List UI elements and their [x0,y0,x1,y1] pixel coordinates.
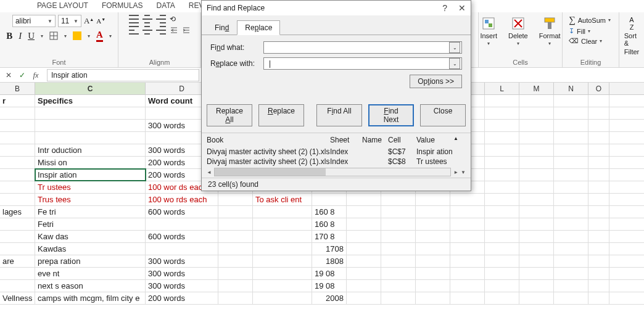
replace-history-dd[interactable]: ⌄ [449,58,460,69]
cell[interactable]: 300 words [146,268,218,279]
cell[interactable] [588,292,609,304]
cell[interactable] [347,206,381,218]
cell[interactable] [218,280,253,292]
increase-indent-icon[interactable] [182,26,191,35]
result-row[interactable]: Divyaj master activity sheet (2) (1).xls… [207,157,466,167]
cell[interactable] [588,268,609,279]
cell[interactable] [416,243,450,255]
format-button[interactable]: Format▾ [537,15,563,47]
cell[interactable]: Fe tri [35,206,146,218]
cell[interactable] [416,206,450,218]
cell[interactable] [416,255,450,267]
cell[interactable]: Kawdas [35,243,146,255]
cell[interactable] [554,206,588,218]
cell[interactable] [485,157,519,168]
cell[interactable] [0,181,35,193]
scroll-right-icon[interactable]: ► [453,170,458,175]
cell[interactable] [554,194,588,205]
decrease-indent-icon[interactable] [170,26,178,35]
cell[interactable] [0,218,35,230]
cell[interactable] [588,255,609,267]
cell[interactable]: eve nt [35,268,146,279]
cell[interactable]: 160 8 [312,218,347,230]
cell[interactable] [347,243,381,255]
cell[interactable] [218,206,253,218]
cell[interactable] [519,218,554,230]
cell[interactable] [588,181,609,193]
align-top-icon[interactable] [129,15,139,23]
cell[interactable] [588,206,609,218]
cell[interactable] [588,280,609,292]
cell[interactable] [253,231,312,242]
cell[interactable] [0,280,35,292]
cell[interactable] [554,243,588,255]
clear-button[interactable]: ⌫Clear ▾ [569,37,602,45]
fill-dd[interactable]: ▾ [88,33,90,39]
cell[interactable] [218,194,253,205]
fx-icon[interactable]: fx [30,69,42,81]
cell[interactable] [485,132,519,144]
cell[interactable]: Trus tees [35,194,146,205]
cell[interactable] [588,157,609,168]
cell[interactable] [450,268,485,279]
cell[interactable] [416,292,450,304]
cell[interactable]: 100 wo rds each [146,194,218,205]
cell[interactable]: Vellness [0,292,35,304]
cell[interactable] [347,194,381,205]
cell[interactable] [0,268,35,279]
cell[interactable] [253,268,312,279]
replace-with-input[interactable]: |⌄ [263,57,462,70]
cell[interactable] [519,169,554,181]
font-name-combo[interactable]: alibri▼ [12,15,56,27]
cell[interactable] [554,95,588,107]
tab-find[interactable]: Find [207,20,237,35]
cell[interactable]: 600 words [146,231,218,242]
cell[interactable]: 170 8 [312,231,347,242]
cell[interactable] [519,292,554,304]
decrease-font-icon[interactable]: A▼ [96,17,105,25]
cell[interactable] [450,292,485,304]
cell[interactable] [519,268,554,279]
find-history-dd[interactable]: ⌄ [449,42,460,53]
cell[interactable] [0,194,35,205]
cell[interactable] [416,231,450,242]
cell[interactable] [0,120,35,131]
col-header-M[interactable]: M [519,83,554,94]
cell[interactable] [588,218,609,230]
cell[interactable] [218,255,253,267]
cell[interactable]: 1808 [312,255,347,267]
align-center-icon[interactable] [142,26,152,35]
cell[interactable] [218,268,253,279]
cell[interactable]: 2008 [312,292,347,304]
accept-formula-icon[interactable]: ✓ [16,69,28,81]
cell[interactable] [218,218,253,230]
cell[interactable] [253,206,312,218]
cell[interactable] [519,280,554,292]
cell[interactable] [450,194,485,205]
cell[interactable] [347,280,381,292]
cell[interactable] [485,95,519,107]
cell[interactable] [485,144,519,156]
cell[interactable] [347,292,381,304]
cell[interactable] [588,231,609,242]
cell[interactable] [253,292,312,304]
cell[interactable] [519,231,554,242]
cell[interactable] [35,120,146,131]
cell[interactable] [253,280,312,292]
cell[interactable]: Missi on [35,157,146,168]
cell[interactable] [218,292,253,304]
tab-page-layout[interactable]: PAGE LAYOUT [37,1,88,11]
cell[interactable] [554,292,588,304]
cell[interactable] [218,231,253,242]
cell[interactable] [485,206,519,218]
font-color-button[interactable]: A [96,30,103,42]
cell[interactable] [381,268,416,279]
formula-input[interactable]: Inspir ation [47,69,199,81]
col-header-C[interactable]: C [35,83,146,94]
cell[interactable] [519,255,554,267]
cell[interactable] [554,181,588,193]
cell[interactable] [450,231,485,242]
sort-filter-button[interactable]: AZ Sort & Filter [622,15,642,57]
font-color-dd[interactable]: ▾ [109,33,112,39]
cell[interactable] [485,292,519,304]
